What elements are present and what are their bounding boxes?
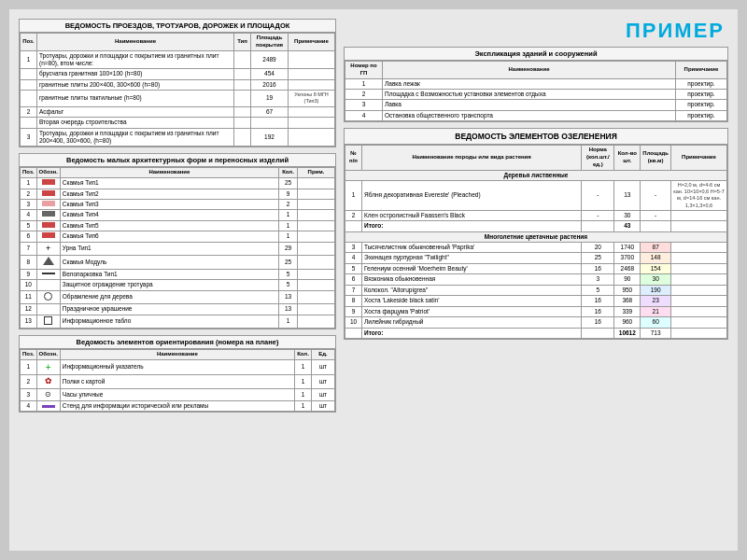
table-row: 1 Скамья Тип1 25 <box>21 178 335 189</box>
table-row: 2 Площадка с Возможностью установки элем… <box>345 90 727 100</box>
expl-title: Экспликация зданий и сооружений <box>345 48 727 61</box>
table-row: 3 Лавка проектир. <box>345 100 727 110</box>
ozel-table: № п/п Наименование породы или вида расте… <box>345 145 727 339</box>
table-row: 13 Информационное табло 1 <box>21 315 335 328</box>
table-row: 3 Тротуары, дорожки и площадки с покрыти… <box>21 128 335 147</box>
col-tip: Тип <box>234 34 251 51</box>
table-row: 7 Колокол. "Altorupigrea" 5 950 190 <box>345 285 727 295</box>
table-row: брусчатка гранитная 100×100 (h=80) 454 <box>21 69 335 79</box>
table-row: 2 ✿ Полки с картой 1 шт <box>21 374 335 388</box>
table-row: 4 Эхинацея пурпурная "Twilight" 25 3700 … <box>345 253 727 263</box>
table-row: 3 ⊙ Часы уличные 1 шт <box>21 388 335 400</box>
table-row: 9 Велопарковка Тип1 5 <box>21 269 335 279</box>
table-row: 4 Стенд для информации исторической или … <box>21 400 335 411</box>
table-row: 4 Остановка общественного транспорта про… <box>345 110 727 120</box>
orient-title: Ведомость элементов ориентирования (номе… <box>20 336 335 349</box>
expl-section: Экспликация зданий и сооружений Номер по… <box>344 47 728 122</box>
proezdy-table: Поз. Наименование Тип Площадь покрытия П… <box>20 33 335 147</box>
maf-section: Ведомость малых архитектурных форм и пер… <box>19 153 336 329</box>
table-row: 1 Яблня декоративная Evereste' (Pleached… <box>345 181 727 211</box>
table-row: 5 Гелениум осенний 'Moerheim Beauty' 16 … <box>345 263 727 273</box>
col-pos: Поз. <box>21 34 37 51</box>
ozel-section: ВЕДОМОСТЬ ЭЛЕМЕНТОВ ОЗЕЛЕНЕНИЯ № п/п Наи… <box>344 128 728 340</box>
col-name: Наименование <box>37 34 234 51</box>
orient-table: Поз. Обозн. Наименование Кол. Ед. 1 + Ин… <box>20 349 335 412</box>
table-row: 1 Тротуары, дорожки и площадки с покрыти… <box>21 50 335 69</box>
table-row: 6 Вязконика обыкновенная 3 90 30 <box>345 274 727 285</box>
col-note: Примечание <box>289 34 335 51</box>
table-row: 4 Скамья Тип4 1 <box>21 210 335 220</box>
table-row: 1 Лавка лежак проектир. <box>345 78 727 89</box>
table-row: 2 Скамья Тип2 9 <box>21 189 335 199</box>
primer-label: ПРИМЕР <box>626 19 725 43</box>
table-row: 5 Скамья Тип5 1 <box>21 220 335 231</box>
table-row: 3 Скамья Тип3 2 <box>21 200 335 210</box>
table-row: 11 Обрамление для дерева 13 <box>21 290 335 303</box>
table-row: 3 Тысячелистник обыкновенный 'Paprika' 2… <box>345 243 727 253</box>
right-column: Экспликация зданий и сооружений Номер по… <box>344 47 728 541</box>
table-row: 2 Клен остролистный Faassen's Black - 30… <box>345 210 727 220</box>
orient-section: Ведомость элементов ориентирования (номе… <box>19 335 336 413</box>
col-sq: Площадь покрытия <box>251 34 289 51</box>
table-row: 10 Защитное ограждение тротуара 5 <box>21 280 335 290</box>
proezdy-title: ВЕДОМОСТЬ ПРОЕЗДОВ, ТРОТУАРОВ, ДОРОЖЕК И… <box>20 20 335 33</box>
table-row: 10 Лилейник гибридный 16 960 60 <box>345 317 727 328</box>
table-row: 8 Скамья Модуль 25 <box>21 256 335 269</box>
maf-title: Ведомость малых архитектурных форм и пер… <box>20 154 335 167</box>
table-row: гранитные плиты 200×400, 300×600 (h=80) … <box>21 79 335 90</box>
table-row: Итого: 10612 713 <box>345 328 727 338</box>
table-row: 9 Хоста фарцума 'Patriot' 16 339 21 <box>345 306 727 316</box>
subheader-row: Деревья лиственные <box>345 170 727 180</box>
table-row: гранитные плиты тактильные (h=80) 19 Укл… <box>21 91 335 106</box>
table-row: Вторая очередь строительства <box>21 118 335 128</box>
table-row: 2 Асфальт 67 <box>21 106 335 117</box>
table-row: 7 + Урна Тип1 29 <box>21 242 335 256</box>
table-row: 6 Скамья Тип6 1 <box>21 231 335 242</box>
table-row: Итого: 43 <box>345 221 727 231</box>
table-row: 12 Праздничное украшение 13 <box>21 304 335 315</box>
left-column: ВЕДОМОСТЬ ПРОЕЗДОВ, ТРОТУАРОВ, ДОРОЖЕК И… <box>19 19 336 541</box>
ozel-title: ВЕДОМОСТЬ ЭЛЕМЕНТОВ ОЗЕЛЕНЕНИЯ <box>345 129 727 145</box>
subheader-row: Многолетние цветачные растения <box>345 231 727 242</box>
expl-table: Номер по ГП Наименование Примечание 1 Ла… <box>345 61 727 121</box>
main-container: ПРИМЕР ВЕДОМОСТЬ ПРОЕЗДОВ, ТРОТУАРОВ, ДО… <box>9 9 738 551</box>
table-row: 1 + Информационный указатель 1 шт <box>21 359 335 374</box>
maf-table: Поз. Обозн. Наименование Кол. Прим. 1 Ск… <box>20 167 335 329</box>
proezdy-section: ВЕДОМОСТЬ ПРОЕЗДОВ, ТРОТУАРОВ, ДОРОЖЕК И… <box>19 19 336 147</box>
table-row: 8 Хоста 'Lakeside black satin' 16 368 23 <box>345 296 727 306</box>
